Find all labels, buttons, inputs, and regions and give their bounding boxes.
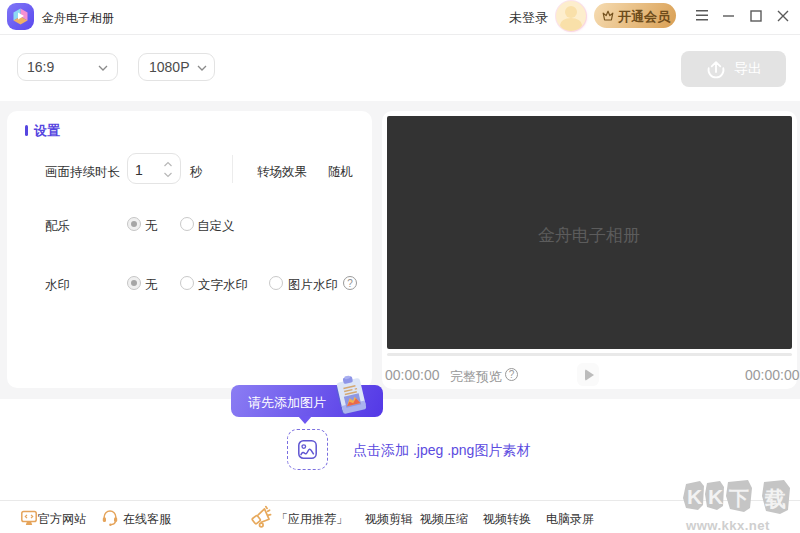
svg-text:www.kkx.net: www.kkx.net — [685, 518, 770, 533]
svg-text:载: 载 — [764, 487, 786, 510]
svg-text:下: 下 — [728, 487, 749, 509]
svg-text:K: K — [708, 485, 723, 508]
svg-text:K: K — [687, 485, 702, 508]
